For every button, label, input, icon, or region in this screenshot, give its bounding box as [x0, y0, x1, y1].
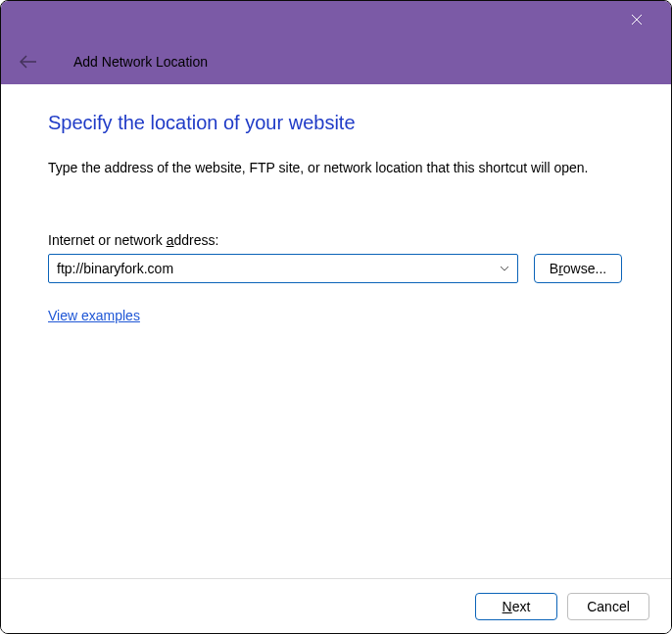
view-examples-link[interactable]: View examples: [48, 308, 140, 323]
back-button: [19, 52, 38, 72]
cancel-button[interactable]: Cancel: [567, 593, 649, 620]
wizard-window: Add Network Location Specify the locatio…: [0, 0, 672, 634]
page-title: Specify the location of your website: [48, 112, 624, 134]
instruction-text: Type the address of the website, FTP sit…: [48, 160, 624, 175]
address-row: Browse...: [48, 254, 624, 283]
address-label: Internet or network address:: [48, 232, 624, 248]
close-icon: [631, 14, 643, 25]
address-input[interactable]: [57, 261, 498, 276]
back-arrow-icon: [20, 55, 37, 69]
header-bar: Add Network Location: [1, 38, 671, 84]
browse-button[interactable]: Browse...: [534, 254, 622, 283]
dropdown-toggle[interactable]: [498, 262, 511, 275]
titlebar: [1, 1, 671, 38]
chevron-down-icon: [500, 266, 509, 271]
address-combo[interactable]: [48, 254, 518, 283]
footer-bar: Next Cancel: [1, 578, 671, 633]
close-button[interactable]: [622, 5, 651, 34]
content-area: Specify the location of your website Typ…: [1, 84, 671, 578]
header-title: Add Network Location: [73, 54, 208, 70]
next-button[interactable]: Next: [475, 593, 557, 620]
